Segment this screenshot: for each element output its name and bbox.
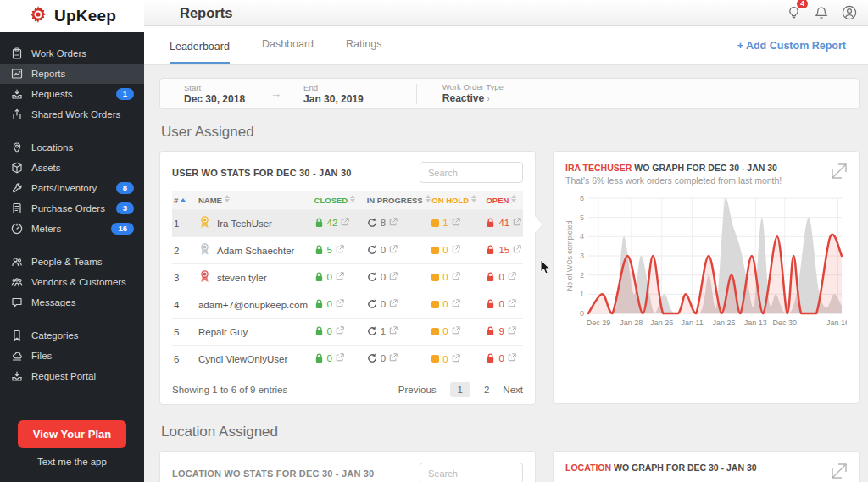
col-header-open[interactable]: OPEN [484, 191, 523, 210]
profile-avatar-icon[interactable] [841, 4, 858, 21]
location-search-input[interactable] [420, 463, 523, 482]
sidebar-item-label: Reports [31, 69, 65, 79]
external-link-icon[interactable] [336, 353, 344, 363]
external-link-icon[interactable] [336, 326, 344, 336]
next-page-button[interactable]: Next [503, 385, 523, 395]
external-link-icon[interactable] [452, 354, 460, 364]
search-input[interactable] [420, 162, 523, 183]
col-header-closed[interactable]: CLOSED [313, 191, 365, 210]
in-progress-cell: 0 [365, 291, 431, 319]
tab-leaderboard[interactable]: Leaderboard [170, 41, 230, 64]
external-link-icon[interactable] [336, 245, 344, 255]
type-label: Work Order Type [442, 82, 504, 92]
svg-text:2: 2 [580, 271, 584, 280]
bronze-medal-icon [198, 269, 211, 285]
external-link-icon[interactable] [389, 353, 398, 363]
external-link-icon[interactable] [389, 299, 398, 309]
external-link-icon[interactable] [452, 245, 460, 255]
sidebar-item-assets[interactable]: Assets [0, 158, 144, 178]
notifications-bell-icon[interactable] [813, 4, 830, 21]
external-link-icon[interactable] [389, 272, 398, 282]
col-header-rank[interactable]: # [172, 191, 197, 210]
on-hold-cell: 1 [430, 210, 484, 237]
page-button-2[interactable]: 2 [484, 385, 489, 395]
svg-text:Jan 25: Jan 25 [712, 319, 735, 327]
external-link-icon[interactable] [452, 218, 460, 228]
view-plan-button[interactable]: View Your Plan [18, 420, 126, 448]
sidebar-item-meters[interactable]: Meters16 [0, 219, 144, 239]
svg-text:Jan 16: Jan 16 [826, 319, 847, 327]
start-label: Start [184, 83, 245, 93]
sidebar-item-people-teams[interactable]: People & Teams [0, 252, 144, 272]
expand-chart-icon[interactable] [830, 162, 849, 180]
sidebar-item-label: People & Teams [31, 257, 103, 267]
external-link-icon[interactable] [452, 299, 460, 309]
sidebar-item-request-portal[interactable]: Request Portal [0, 366, 144, 386]
col-header-name[interactable]: NAME [197, 191, 313, 210]
open-cell: 0 [484, 264, 523, 291]
table-row-steven-tyler[interactable]: 3 steven tyler 0 0 0 0 [172, 264, 523, 291]
work-order-type-filter[interactable]: Work Order Type Reactive › [442, 82, 504, 105]
sidebar-item-categories[interactable]: Categories [0, 325, 144, 346]
sidebar-item-messages[interactable]: Messages [0, 292, 144, 313]
sidebar-item-work-orders[interactable]: Work Orders [0, 43, 144, 64]
sidebar-item-reports[interactable]: Reports [0, 64, 144, 84]
sidebar-item-parts-inventory[interactable]: Parts/Inventory8 [0, 178, 144, 198]
add-custom-report-link[interactable]: + Add Custom Report [737, 40, 846, 64]
sidebar-group-1: Locations Assets Parts/Inventory8 Purcha… [0, 137, 144, 239]
location-wo-stats-card: LOCATION WO STATS FOR DEC 30 - JAN 30 [159, 451, 536, 482]
expand-location-chart-icon[interactable] [830, 462, 849, 480]
on-hold-cell: 0 [430, 264, 484, 291]
external-link-icon[interactable] [513, 218, 521, 228]
text-me-app-link[interactable]: Text me the app [0, 457, 144, 467]
svg-text:0: 0 [580, 309, 584, 318]
sidebar-item-label: Parts/Inventory [31, 183, 97, 193]
external-link-icon[interactable] [389, 218, 398, 228]
sidebar-item-files[interactable]: Files [0, 346, 144, 366]
previous-page-button[interactable]: Previous [398, 385, 437, 395]
tab-dashboard[interactable]: Dashboard [262, 38, 314, 64]
table-row-adam-schaechter[interactable]: 2 Adam Schaechter 5 0 0 15 [172, 237, 523, 264]
sidebar-item-purchase-orders[interactable]: Purchase Orders3 [0, 198, 144, 219]
rank-cell: 1 [172, 210, 197, 237]
end-date-filter[interactable]: End Jan 30, 2019 [303, 83, 364, 105]
external-link-icon[interactable] [452, 272, 460, 282]
upkeep-logo[interactable]: UpKeep [0, 0, 144, 32]
sidebar-item-requests[interactable]: Requests1 [0, 84, 144, 104]
col-header-in_progress[interactable]: IN PROGRESS [365, 191, 431, 210]
external-link-icon[interactable] [389, 326, 398, 336]
external-link-icon[interactable] [508, 272, 516, 282]
sidebar-item-label: Categories [31, 330, 79, 341]
sidebar-item-locations[interactable]: Locations [0, 137, 144, 158]
col-header-on_hold[interactable]: ON HOLD [430, 191, 484, 210]
start-date-filter[interactable]: Start Dec 30, 2018 [184, 83, 245, 105]
sidebar-item-shared-work-orders[interactable]: Shared Work Orders [0, 104, 144, 125]
location-graph-title: LOCATION WO GRAPH FOR DEC 30 - JAN 30 [565, 463, 847, 473]
user-table-title: USER WO STATS FOR DEC 30 - JAN 30 [172, 168, 352, 178]
rank-cell: 6 [172, 346, 197, 373]
table-row-adam-7-onupkeep-com[interactable]: 4 adam+7@onupkeep.com 0 0 0 0 [172, 291, 523, 319]
table-row-repair-guy[interactable]: 5 Repair Guy 0 1 0 9 [172, 319, 523, 346]
invoice-icon [10, 202, 23, 215]
sidebar-item-vendors-customers[interactable]: Vendors & Customers [0, 272, 144, 292]
table-row-cyndi-viewonlyuser[interactable]: 6 Cyndi ViewOnlyUser 0 0 0 0 [172, 346, 523, 373]
closed-cell: 0 [313, 319, 365, 346]
chart-title-rest: WO GRAPH FOR DEC 30 - JAN 30 [632, 163, 777, 173]
tab-ratings[interactable]: Ratings [346, 38, 381, 64]
external-link-icon[interactable] [389, 245, 398, 255]
sidebar-nav: Work Orders Reports Requests1 Shared Wor… [0, 32, 144, 386]
external-link-icon[interactable] [341, 218, 349, 228]
external-link-icon[interactable] [508, 326, 516, 336]
table-row-ira-techuser[interactable]: 1 Ira TechUser 42 8 1 41 [172, 210, 523, 237]
external-link-icon[interactable] [336, 272, 344, 282]
external-link-icon[interactable] [452, 326, 460, 336]
external-link-icon[interactable] [508, 353, 516, 363]
external-link-icon[interactable] [336, 299, 344, 309]
external-link-icon[interactable] [513, 245, 521, 255]
user-name: Cyndi ViewOnlyUser [198, 354, 287, 364]
external-link-icon[interactable] [508, 299, 516, 309]
lightbulb-icon[interactable]: 4 [785, 4, 802, 21]
svg-text:6: 6 [580, 194, 584, 202]
rank-cell: 2 [172, 237, 197, 264]
page-button-1[interactable]: 1 [450, 382, 470, 397]
